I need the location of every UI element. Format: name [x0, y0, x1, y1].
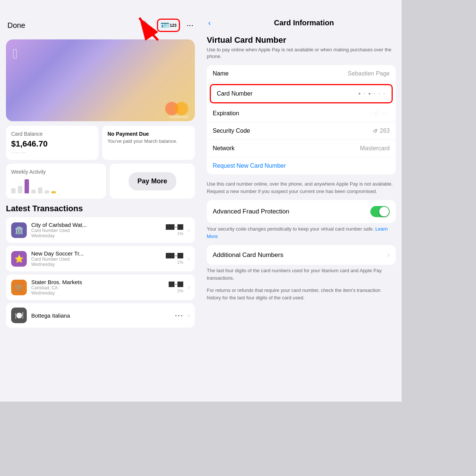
virtual-card-title: Virtual Card Number	[201, 32, 402, 46]
tx-name: City of Carlsbad Wat...	[31, 222, 161, 228]
virtual-card-subtitle: Use to pay online when Apple Pay is not …	[201, 46, 402, 65]
name-label: Name	[213, 70, 229, 77]
security-row: Security Code ↺ 263	[207, 122, 396, 140]
refresh-icon: ↺	[373, 128, 377, 134]
tx-details: City of Carlsbad Wat... Card Number Used…	[31, 222, 161, 238]
card-icon-button[interactable]: 🪪 123	[157, 19, 180, 32]
chevron-icon: ›	[188, 227, 190, 234]
chevron-icon: ›	[188, 255, 190, 262]
tx-right: ▓▓·▓▓ 2%	[169, 282, 183, 293]
fraud-protection-label: Advanced Fraud Protection	[213, 208, 289, 215]
security-value-row: ↺ 263	[373, 128, 390, 134]
additional-label: Additional Card Numbers	[213, 251, 283, 259]
tx-sub: Carlsbad, CA	[31, 285, 164, 290]
transactions-section: Latest Transactions 🏛️ City of Carlsbad …	[0, 204, 201, 331]
right-panel: ‹ Card Information Virtual Card Number U…	[201, 0, 402, 402]
fraud-protection-block: Advanced Fraud Protection	[207, 200, 396, 223]
network-row: Network Mastercard	[207, 140, 396, 157]
tx-sub: Card Number Used	[31, 257, 161, 262]
search-icon[interactable]: 🔍	[140, 20, 150, 30]
bar-1	[11, 188, 16, 193]
header-icons: 🔍 🪪 123 ···	[140, 19, 193, 32]
tx-sub2: Wednesday	[31, 233, 161, 238]
list-item[interactable]: 🍽️ Bottega Italiana ··· ›	[6, 303, 195, 328]
security-value: 263	[380, 128, 390, 134]
request-new-row[interactable]: Request New Card Number	[207, 157, 396, 174]
mastercard-logo	[165, 102, 188, 115]
tx-name: Stater Bros. Markets	[31, 279, 164, 285]
more-icon[interactable]: ···	[187, 20, 193, 30]
expiration-label: Expiration	[213, 110, 239, 117]
card-number-value: ▪ · ▪·· · ·	[358, 90, 386, 97]
tx-details: Bottega Italiana	[31, 312, 170, 319]
additional-card-row[interactable]: Additional Card Numbers ›	[207, 245, 396, 265]
right-header: ‹ Card Information	[201, 0, 402, 32]
chevron-icon: ›	[188, 284, 190, 291]
list-item[interactable]: 🏛️ City of Carlsbad Wat... Card Number U…	[6, 217, 195, 243]
balance-amount: $1,646.70	[11, 139, 93, 149]
bar-chart	[11, 178, 101, 193]
tx-amount: ▓▓·▓▓	[169, 282, 183, 287]
additional-card-block: Additional Card Numbers ›	[207, 245, 396, 265]
security-label: Security Code	[213, 128, 250, 134]
card-number-row: Card Number ▪ · ▪·· · ·	[211, 85, 392, 102]
weekly-label: Weekly Activity	[11, 169, 101, 175]
tx-right: ···	[174, 313, 183, 318]
name-row: Name Sebastien Page	[207, 65, 396, 83]
apple-logo: 	[13, 46, 17, 62]
balance-row: Card Balance $1,646.70 ·· ··· · ···· No …	[6, 126, 195, 160]
transactions-title: Latest Transactions	[6, 204, 195, 213]
tx-amount: ···	[174, 313, 183, 318]
name-value: Sebastien Page	[348, 70, 390, 77]
left-header: Done 🔍 🪪 123 ···	[0, 0, 201, 36]
tx-percent: 1%	[177, 231, 183, 236]
tx-amount: ▓▓▓·▓▓	[166, 253, 183, 258]
bar-2	[18, 186, 22, 193]
balance-sub: ·· ··· · ····	[11, 150, 93, 155]
bar-5	[38, 187, 42, 193]
tx-sub: Card Number Used	[31, 228, 161, 233]
chevron-right-icon: ›	[387, 251, 390, 259]
tx-right: ▓▓▓·▓▓ 1%	[166, 253, 183, 264]
bar-6	[45, 190, 49, 193]
card-wrapper:  mastercard	[0, 36, 201, 126]
additional-description-2: For returns or refunds that require your…	[201, 287, 402, 306]
tx-name: New Day Soccer Tr...	[31, 250, 161, 257]
tx-details: New Day Soccer Tr... Card Number Used We…	[31, 250, 161, 267]
balance-card: Card Balance $1,646.70 ·· ··· · ····	[6, 126, 99, 160]
tx-icon-carlsbad: 🏛️	[11, 222, 27, 238]
expiration-row: Expiration ·· / ····	[207, 105, 396, 122]
tx-percent: 2%	[177, 289, 183, 293]
list-item[interactable]: 🛒 Stater Bros. Markets Carlsbad, CA Wedn…	[6, 274, 195, 300]
page-title: Card Information	[214, 19, 394, 27]
fraud-description-text: Your security code changes periodically …	[207, 226, 374, 232]
card-info-block: Name Sebastien Page Card Number ▪ · ▪·· …	[207, 65, 396, 174]
no-payment-title: No Payment Due	[107, 131, 190, 137]
fraud-protection-row: Advanced Fraud Protection	[207, 200, 396, 223]
fraud-protection-toggle[interactable]	[370, 206, 390, 217]
done-button[interactable]: Done	[7, 21, 25, 30]
bar-3	[25, 179, 29, 193]
network-label: Network	[213, 145, 235, 152]
fraud-description: Your security code changes periodically …	[201, 225, 402, 245]
request-new-label[interactable]: Request New Card Number	[213, 163, 286, 169]
apple-card[interactable]:  mastercard	[6, 39, 195, 121]
tx-icon-stater: 🛒	[11, 280, 27, 295]
mastercard-text: mastercard	[170, 115, 188, 119]
tx-right: ▓▓▓·▓▓ 1%	[166, 224, 183, 236]
pay-more-button[interactable]: Pay More	[129, 172, 176, 190]
tx-details: Stater Bros. Markets Carlsbad, CA Wednes…	[31, 279, 164, 296]
tx-amount: ▓▓▓·▓▓	[166, 224, 183, 230]
back-button[interactable]: ‹	[208, 19, 211, 27]
tx-icon-bottega: 🍽️	[11, 308, 27, 323]
bar-4	[31, 190, 36, 193]
card-number-row-highlighted[interactable]: Card Number ▪ · ▪·· · ·	[210, 84, 393, 103]
list-item[interactable]: ⭐ New Day Soccer Tr... Card Number Used …	[6, 246, 195, 271]
no-payment-sub: You've paid your March balance.	[107, 138, 190, 144]
activity-row: Weekly Activity Pay More	[6, 164, 195, 199]
additional-description-1: The last four digits of the card numbers…	[201, 267, 402, 287]
balance-label: Card Balance	[11, 131, 93, 137]
card-number-label: Card Number	[217, 90, 253, 97]
expiration-value: ·· / ····	[368, 110, 390, 117]
bar-7	[51, 191, 56, 193]
